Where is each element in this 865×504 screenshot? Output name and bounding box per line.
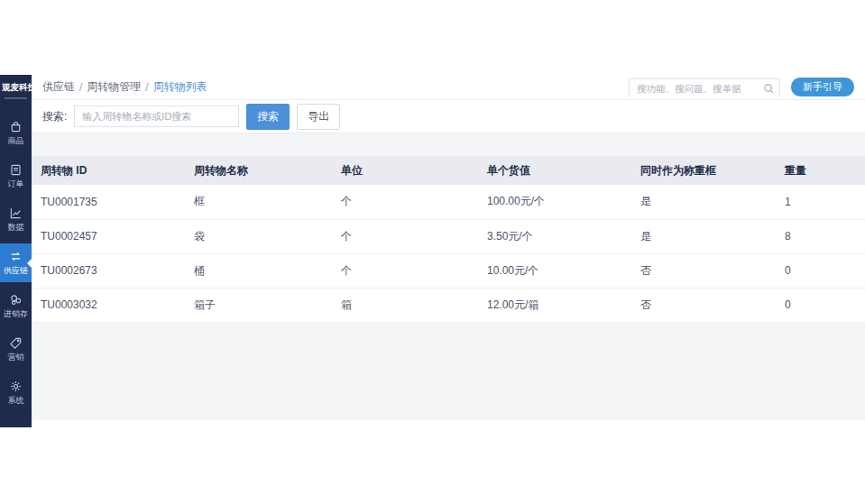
search-button[interactable]: 搜索 — [246, 104, 290, 130]
search-bar: 搜索: 搜索 导出 — [32, 100, 865, 133]
app-window: 观麦科技 商品 订单 — [0, 75, 865, 427]
cell-turnover-id: TU0002673 — [32, 253, 185, 288]
table-row: TU0003032 箱子 箱 12.00元/箱 否 0 — [32, 288, 865, 322]
newbie-guide-button[interactable]: 新手引导 — [791, 78, 854, 96]
sidebar-item-label: 营销 — [8, 352, 24, 363]
sidebar-item-inventory[interactable]: 进销存 — [0, 287, 32, 325]
logo: 观麦科技 — [0, 75, 32, 96]
breadcrumb-separator: / — [79, 81, 82, 94]
sidebar-item-label: 商品 — [8, 135, 24, 147]
cell-weighing-frame: 否 — [631, 253, 776, 288]
cell-turnover-name: 袋 — [185, 219, 332, 253]
sidebar-item-label: 数据 — [8, 222, 24, 234]
cell-weight: 1 — [776, 185, 865, 219]
main-content: 供应链 / 周转物管理 / 周转物列表 新手引导 — [32, 75, 865, 420]
sidebar-item-data[interactable]: 数据 — [0, 200, 32, 239]
col-weight: 重量 — [776, 156, 865, 185]
breadcrumb-turnover-list[interactable]: 周转物列表 — [153, 79, 207, 95]
cell-weighing-frame: 是 — [631, 219, 776, 253]
cell-unit-value: 10.00元/个 — [478, 253, 631, 288]
inventory-icon — [9, 293, 23, 307]
cell-weight: 0 — [776, 288, 865, 322]
goods-bag-icon — [9, 120, 23, 133]
breadcrumb-separator: / — [145, 81, 148, 94]
sidebar-item-goods[interactable]: 商品 — [0, 114, 32, 152]
order-doc-icon — [9, 163, 23, 177]
sidebar-item-supply-chain[interactable]: 供应链 — [0, 243, 32, 282]
table-row: TU0002457 袋 个 3.50元/个 是 8 — [32, 219, 865, 253]
col-unit: 单位 — [332, 156, 478, 185]
cell-weight: 0 — [776, 253, 865, 288]
col-unit-value: 单个货值 — [478, 156, 631, 185]
cell-weighing-frame: 否 — [631, 288, 776, 322]
table-header: 周转物 ID 周转物名称 单位 单个货值 同时作为称重框 重量 — [32, 156, 865, 185]
sidebar-item-label: 系统 — [8, 395, 24, 407]
col-turnover-id: 周转物 ID — [32, 156, 185, 185]
sidebar-item-label: 供应链 — [4, 265, 28, 277]
top-bar: 供应链 / 周转物管理 / 周转物列表 新手引导 — [32, 75, 865, 100]
breadcrumb: 供应链 / 周转物管理 / 周转物列表 — [42, 79, 207, 95]
cell-turnover-id: TU0002457 — [32, 219, 185, 253]
data-chart-icon — [9, 206, 23, 220]
cell-turnover-id: TU0001735 — [32, 185, 185, 219]
table-row: TU0001735 框 个 100.00元/个 是 1 — [32, 185, 865, 219]
search-icon — [763, 82, 775, 94]
sidebar-item-marketing[interactable]: 营销 — [0, 330, 32, 369]
turnover-table: 周转物 ID 周转物名称 单位 单个货值 同时作为称重框 重量 TU000173… — [32, 156, 865, 323]
cell-unit: 个 — [332, 253, 478, 288]
logo-tagline — [5, 97, 27, 99]
cell-unit-value: 100.00元/个 — [478, 185, 631, 219]
system-gear-icon — [9, 380, 23, 393]
cell-unit-value: 12.00元/箱 — [478, 288, 631, 322]
cell-turnover-name: 箱子 — [185, 288, 332, 322]
col-turnover-name: 周转物名称 — [185, 156, 332, 185]
cell-unit-value: 3.50元/个 — [478, 219, 631, 253]
global-search-input[interactable] — [630, 80, 779, 96]
supply-chain-icon — [9, 250, 23, 263]
breadcrumb-supply-chain[interactable]: 供应链 — [42, 79, 75, 95]
cell-turnover-id: TU0003032 — [32, 288, 185, 322]
sidebar-item-orders[interactable]: 订单 — [0, 157, 32, 196]
sidebar: 观麦科技 商品 订单 — [0, 75, 32, 427]
search-label: 搜索: — [42, 109, 67, 124]
cell-weight: 8 — [776, 219, 865, 253]
cell-weighing-frame: 是 — [631, 185, 776, 219]
sidebar-nav: 商品 订单 数据 — [0, 114, 32, 412]
cell-turnover-name: 框 — [185, 185, 332, 219]
cell-unit: 个 — [332, 185, 478, 219]
turnover-search-input[interactable] — [74, 105, 239, 127]
table-body: TU0001735 框 个 100.00元/个 是 1 TU0002457 袋 … — [32, 185, 865, 322]
cell-unit: 箱 — [332, 288, 478, 322]
sidebar-item-label: 进销存 — [4, 308, 28, 320]
global-search-box — [629, 78, 780, 96]
cell-turnover-name: 桶 — [185, 253, 332, 288]
table-row: TU0002673 桶 个 10.00元/个 否 0 — [32, 253, 865, 288]
cell-unit: 个 — [332, 219, 478, 253]
sidebar-item-label: 订单 — [8, 179, 24, 190]
col-weighing-frame: 同时作为称重框 — [631, 156, 776, 185]
topbar-right: 新手引导 — [629, 78, 854, 96]
export-button[interactable]: 导出 — [297, 104, 340, 130]
sidebar-item-system[interactable]: 系统 — [0, 373, 32, 412]
breadcrumb-turnover-management[interactable]: 周转物管理 — [87, 79, 141, 95]
marketing-tag-icon — [9, 336, 23, 350]
